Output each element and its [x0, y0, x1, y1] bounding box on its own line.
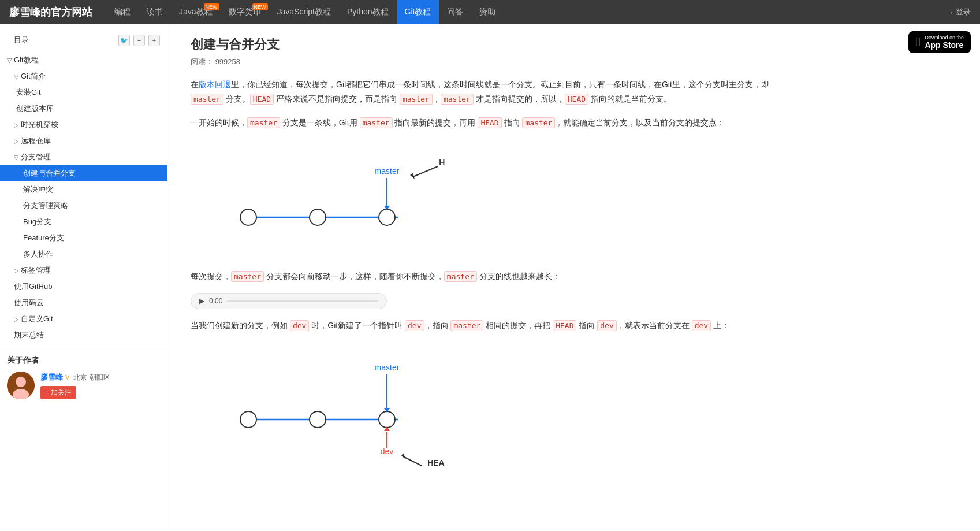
login-link[interactable]: → 登录 [946, 7, 971, 17]
sidebar-item-gitee[interactable]: 使用码云 [0, 295, 167, 311]
sidebar-item-feature-branch[interactable]: Feature分支 [0, 230, 167, 246]
head-code-2: HEAD [565, 94, 588, 105]
sidebar-category-custom-git-label: 自定义Git [21, 314, 53, 324]
sidebar-category-git[interactable]: ▽ Git教程 [0, 52, 167, 68]
toc-title: 目录 [7, 32, 36, 49]
sidebar-category-custom-git[interactable]: ▷ 自定义Git [0, 311, 167, 327]
follow-button[interactable]: + 加关注 [40, 386, 76, 399]
sidebar-item-branch-strategy[interactable]: 分支管理策略 [0, 198, 167, 214]
main-content: 创建与合并分支 阅读： 999258 在版本回退里，你已经知道，每次提交，Git… [167, 24, 803, 531]
expand-icon-remote: ▷ [14, 138, 18, 145]
diagram-2: master dev HEAD [191, 344, 780, 483]
avatar [7, 372, 35, 399]
app-store-small-text: Download on the [925, 35, 964, 40]
nav-item-crypto[interactable]: 数字货币 NEW [221, 0, 269, 24]
svg-point-1 [16, 377, 26, 387]
sidebar-category-timemachine[interactable]: ▷ 时光机穿梭 [0, 117, 167, 133]
app-store-badge[interactable]:  Download on the App Store [908, 31, 971, 53]
app-store-large-text: App Store [925, 40, 964, 50]
sidebar-item-github[interactable]: 使用GitHub [0, 279, 167, 295]
diagram-1: master HEAD [191, 142, 780, 258]
content-para1: 在版本回退里，你已经知道，每次提交，Git都把它们串成一条时间线，这条时间线就是… [191, 77, 780, 106]
svg-point-4 [240, 209, 256, 225]
svg-point-16 [379, 411, 395, 428]
nav-item-javascript[interactable]: JavaScript教程 [269, 0, 339, 24]
sidebar-controls: 🐦 − + [118, 35, 160, 46]
svg-text:master: master [375, 363, 400, 372]
nav-item-python[interactable]: Python教程 [339, 0, 397, 24]
read-count: 阅读： 999258 [191, 57, 780, 67]
sidebar-category-intro[interactable]: ▽ Git简介 [0, 68, 167, 84]
play-button[interactable]: ▶ [199, 297, 204, 305]
nav-item-sponsor[interactable]: 赞助 [471, 0, 504, 24]
expand-icon-git: ▽ [7, 57, 12, 64]
svg-text:HEAD: HEAD [439, 158, 445, 167]
content-para3: 每次提交，master 分支都会向前移动一步，这样，随着你不断提交，master… [191, 269, 780, 284]
dev-code-4: dev [692, 320, 711, 331]
master-code-3: master [441, 94, 474, 105]
audio-progress-bar[interactable] [227, 300, 378, 302]
sidebar-category-remote-label: 远程仓库 [21, 136, 51, 146]
dev-code-2: dev [405, 320, 424, 331]
verified-badge: V [65, 374, 69, 381]
sidebar-item-collaboration[interactable]: 多人协作 [0, 246, 167, 262]
sidebar-category-remote[interactable]: ▷ 远程仓库 [0, 133, 167, 149]
nav-item-programming[interactable]: 编程 [106, 0, 139, 24]
sidebar-item-create-merge-branch[interactable]: 创建与合并分支 [0, 165, 167, 181]
about-author-section: 关于作者 廖雪峰 V 北京 朝阳区 [0, 348, 167, 406]
dev-code-1: dev [290, 320, 309, 331]
sidebar-category-timemachine-label: 时光机穿梭 [21, 120, 58, 130]
svg-line-24 [404, 457, 422, 466]
sidebar-category-tags[interactable]: ▷ 标签管理 [0, 262, 167, 279]
sidebar-item-bug-branch[interactable]: Bug分支 [0, 214, 167, 230]
sidebar: 目录 🐦 − + ▽ Git教程 ▽ Git简介 安装Git 创建版本库 [0, 24, 167, 531]
sidebar-icon-minus[interactable]: − [133, 35, 145, 46]
site-title: 廖雪峰的官方网站 [9, 5, 92, 19]
master-code-8: master [444, 271, 477, 282]
master-code-1: master [191, 94, 223, 105]
apple-icon:  [915, 35, 920, 50]
svg-point-15 [310, 411, 326, 428]
author-name[interactable]: 廖雪峰 [40, 373, 63, 381]
expand-icon-intro: ▽ [14, 73, 18, 80]
nav-item-git[interactable]: Git教程 [397, 0, 439, 24]
sidebar-item-install-git[interactable]: 安装Git [0, 84, 167, 101]
svg-point-14 [240, 411, 256, 428]
expand-icon-branch: ▽ [14, 154, 18, 161]
about-title: 关于作者 [7, 355, 160, 366]
author-info: 廖雪峰 V 北京 朝阳区 + 加关注 [7, 372, 160, 399]
crypto-new-badge: NEW [252, 3, 268, 10]
sidebar-item-summary[interactable]: 期末总结 [0, 327, 167, 343]
head-code-1: HEAD [250, 94, 274, 105]
sidebar-item-resolve-conflict[interactable]: 解决冲突 [0, 181, 167, 198]
sidebar-icon-twitter[interactable]: 🐦 [118, 35, 130, 46]
expand-icon-tags: ▷ [14, 267, 18, 274]
sidebar-category-git-label: Git教程 [14, 55, 39, 65]
sidebar-item-create-repo[interactable]: 创建版本库 [0, 101, 167, 117]
nav-menu: 编程 读书 Java教程 NEW 数字货币 NEW JavaScript教程 P… [106, 0, 946, 24]
content-para2: 一开始的时候，master 分支是一条线，Git用 master 指向最新的提交… [191, 116, 780, 130]
content-para4: 当我们创建新的分支，例如 dev 时，Git新建了一个指针叫 dev，指向 ma… [191, 318, 780, 333]
master-code-4: master [247, 117, 280, 128]
nav-item-java[interactable]: Java教程 NEW [171, 0, 221, 24]
sidebar-category-branch[interactable]: ▽ 分支管理 [0, 149, 167, 165]
head-code-3: HEAD [478, 117, 501, 128]
audio-time: 0:00 [209, 297, 222, 305]
sidebar-icon-plus[interactable]: + [148, 35, 160, 46]
nav-item-books[interactable]: 读书 [139, 0, 171, 24]
sidebar-category-intro-label: Git简介 [21, 71, 46, 81]
svg-text:HEAD: HEAD [427, 458, 445, 467]
audio-player[interactable]: ▶ 0:00 [191, 293, 387, 309]
author-details: 廖雪峰 V 北京 朝阳区 + 加关注 [40, 372, 110, 399]
master-code-9: master [450, 320, 483, 331]
expand-icon-timemachine: ▷ [14, 121, 18, 129]
master-code-6: master [522, 117, 555, 128]
top-navigation: 廖雪峰的官方网站 编程 读书 Java教程 NEW 数字货币 NEW JavaS… [0, 0, 980, 24]
nav-item-qa[interactable]: 问答 [439, 0, 471, 24]
master-code-7: master [231, 271, 264, 282]
dev-code-3: dev [597, 320, 616, 331]
version-rollback-link[interactable]: 版本回退 [199, 80, 231, 89]
sidebar-category-branch-label: 分支管理 [21, 152, 51, 162]
sidebar-header: 目录 🐦 − + [0, 29, 167, 52]
diagram-svg-2: master dev HEAD [214, 350, 445, 477]
